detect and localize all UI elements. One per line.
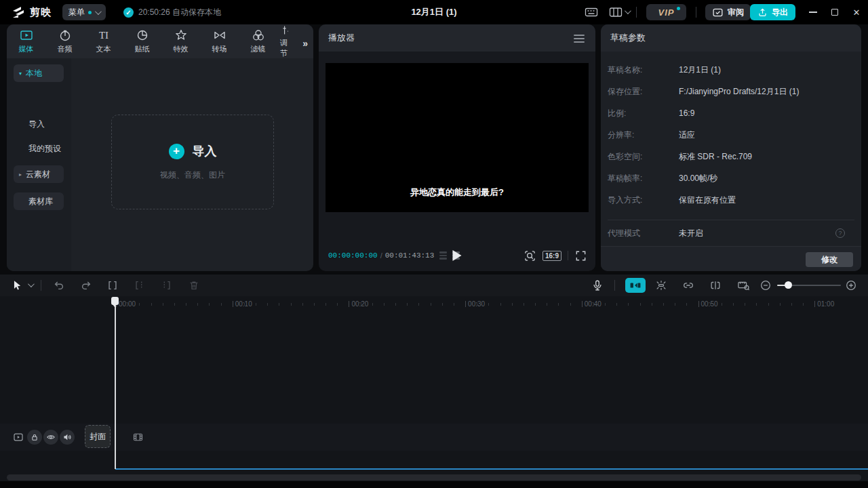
vip-button[interactable]: VIP bbox=[646, 4, 686, 20]
fullscreen-icon[interactable] bbox=[574, 249, 587, 262]
tab-sticker[interactable]: 贴纸 bbox=[123, 24, 161, 58]
undo-icon[interactable] bbox=[53, 279, 65, 291]
sidebar-item-cloud-assets[interactable]: ▸ 云素材 bbox=[14, 165, 64, 183]
main-track-indicator-line bbox=[115, 468, 868, 470]
tab-text[interactable]: TI 文本 bbox=[84, 24, 123, 58]
tab-label: 文本 bbox=[96, 44, 111, 54]
asset-tabs: 媒体 音频 TI 文本 贴纸 bbox=[7, 24, 313, 58]
track-type-video-icon[interactable] bbox=[13, 432, 24, 443]
draft-params-panel: 草稿参数 草稿名称: 12月1日 (1) 保存位置: F:/JianyingPr… bbox=[601, 24, 861, 271]
titlebar-divider bbox=[636, 7, 637, 18]
export-button[interactable]: 导出 bbox=[750, 4, 795, 20]
split-clip-icon[interactable] bbox=[106, 279, 119, 291]
app-name: 剪映 bbox=[30, 6, 52, 19]
export-label: 导出 bbox=[772, 7, 788, 18]
param-label: 草稿名称: bbox=[608, 64, 679, 76]
player-menu-icon[interactable] bbox=[574, 35, 585, 43]
preview-axis-icon[interactable] bbox=[709, 279, 722, 291]
param-row: 比例: 16:9 bbox=[608, 106, 854, 120]
sidebar-item-asset-library[interactable]: 素材库 bbox=[14, 192, 64, 210]
close-icon: ✕ bbox=[853, 8, 861, 17]
help-icon[interactable]: ? bbox=[835, 228, 845, 238]
play-button[interactable] bbox=[453, 250, 462, 261]
sidebar-item-label: 本地 bbox=[26, 68, 42, 79]
lock-track-button[interactable] bbox=[27, 430, 42, 445]
tabs-expand-button[interactable]: » bbox=[302, 38, 308, 49]
horizontal-scrollbar[interactable] bbox=[7, 474, 861, 481]
ruler-minor-tick bbox=[593, 303, 594, 306]
review-button[interactable]: 审阅 bbox=[705, 4, 751, 20]
param-value: 16:9 bbox=[679, 108, 694, 118]
zoom-slider-handle[interactable] bbox=[785, 281, 792, 289]
mute-track-button[interactable] bbox=[60, 430, 75, 445]
sidebar-item-label: 我的预设 bbox=[28, 143, 61, 155]
main-track-magnet-button[interactable] bbox=[625, 278, 646, 293]
audio-icon bbox=[58, 28, 72, 42]
tab-effects[interactable]: 特效 bbox=[161, 24, 200, 58]
toolbar-divider bbox=[41, 280, 41, 291]
effects-star-icon bbox=[174, 28, 188, 42]
ruler-minor-tick bbox=[431, 303, 431, 306]
autosave-text: 20:50:26 自动保存本地 bbox=[138, 7, 221, 18]
select-right-icon[interactable] bbox=[160, 279, 172, 291]
cover-button[interactable]: 封面 bbox=[85, 425, 111, 448]
zoom-in-icon[interactable] bbox=[845, 279, 857, 291]
filmstrip-icon[interactable] bbox=[132, 432, 144, 443]
timeline-ruler[interactable]: 00:0000:1000:2000:3000:4000:5001:00 bbox=[0, 296, 868, 312]
sidebar-item-import[interactable]: 导入 bbox=[14, 115, 64, 133]
param-row: 导入方式: 保留在原有位置 bbox=[608, 193, 854, 207]
auto-snap-icon[interactable] bbox=[655, 279, 667, 291]
minimize-button[interactable] bbox=[803, 0, 823, 24]
playhead-handle[interactable] bbox=[111, 297, 119, 305]
import-dropzone[interactable]: + 导入 视频、音频、图片 bbox=[111, 115, 274, 209]
tab-filter[interactable]: 滤镜 bbox=[239, 24, 277, 58]
ruler-minor-tick bbox=[791, 303, 792, 306]
timeline-zoom-slider[interactable] bbox=[777, 285, 841, 286]
select-left-icon[interactable] bbox=[134, 279, 146, 291]
ruler-minor-tick bbox=[221, 303, 222, 306]
layout-chevron-icon[interactable] bbox=[625, 7, 631, 14]
ruler-minor-tick bbox=[803, 303, 804, 306]
video-viewport: 异地恋真的能走到最后? bbox=[326, 63, 589, 212]
redo-icon[interactable] bbox=[80, 279, 92, 291]
ruler-label: 01:00 bbox=[817, 300, 834, 308]
close-button[interactable]: ✕ bbox=[846, 0, 867, 24]
expander-down-icon: ▾ bbox=[19, 70, 22, 77]
modify-button[interactable]: 修改 bbox=[806, 252, 853, 267]
shortcut-keyboard-icon[interactable] bbox=[585, 5, 598, 19]
link-clips-icon[interactable] bbox=[682, 279, 694, 291]
sidebar-item-label: 导入 bbox=[28, 119, 45, 130]
ruler-minor-tick bbox=[384, 303, 384, 306]
tab-adjust[interactable]: 调节 bbox=[277, 24, 288, 58]
menu-button[interactable]: 菜单 bbox=[62, 4, 106, 20]
delete-icon[interactable] bbox=[188, 279, 200, 291]
preview-quality-icon[interactable] bbox=[439, 251, 447, 260]
record-voiceover-icon[interactable] bbox=[591, 279, 604, 291]
snapshot-icon[interactable] bbox=[524, 249, 536, 262]
fit-timeline-icon[interactable] bbox=[736, 279, 751, 291]
hide-track-button[interactable] bbox=[43, 430, 58, 445]
minimize-icon bbox=[809, 12, 817, 13]
tab-audio[interactable]: 音频 bbox=[45, 24, 84, 58]
maximize-button[interactable] bbox=[825, 0, 845, 24]
select-tool-icon[interactable] bbox=[11, 279, 23, 291]
zoom-out-icon[interactable] bbox=[760, 279, 772, 291]
aspect-ratio-button[interactable]: 16:9 bbox=[542, 251, 561, 261]
tab-transition[interactable]: 转场 bbox=[200, 24, 239, 58]
param-value: 标准 SDR - Rec.709 bbox=[679, 151, 752, 163]
sidebar-item-my-presets[interactable]: 我的预设 bbox=[14, 140, 64, 157]
ruler-major-tick bbox=[814, 301, 815, 307]
ruler-minor-tick bbox=[395, 303, 396, 306]
sidebar-item-local[interactable]: ▾ 本地 bbox=[14, 64, 64, 82]
ruler-minor-tick bbox=[256, 303, 256, 306]
titlebar-left: 剪映 菜单 ✓ 20:50:26 自动保存本地 bbox=[11, 0, 221, 24]
ruler-minor-tick bbox=[186, 303, 186, 306]
main-track-magnet-icon bbox=[629, 281, 642, 290]
select-tool-chevron-icon[interactable] bbox=[28, 281, 35, 287]
ruler-minor-tick bbox=[547, 303, 547, 306]
current-time: 00:00:00:00 bbox=[328, 251, 378, 260]
import-main: + 导入 bbox=[169, 143, 217, 159]
layout-panels-icon[interactable] bbox=[609, 5, 623, 19]
video-subtitle: 异地恋真的能走到最后? bbox=[326, 186, 589, 199]
tab-media[interactable]: 媒体 bbox=[7, 24, 45, 58]
